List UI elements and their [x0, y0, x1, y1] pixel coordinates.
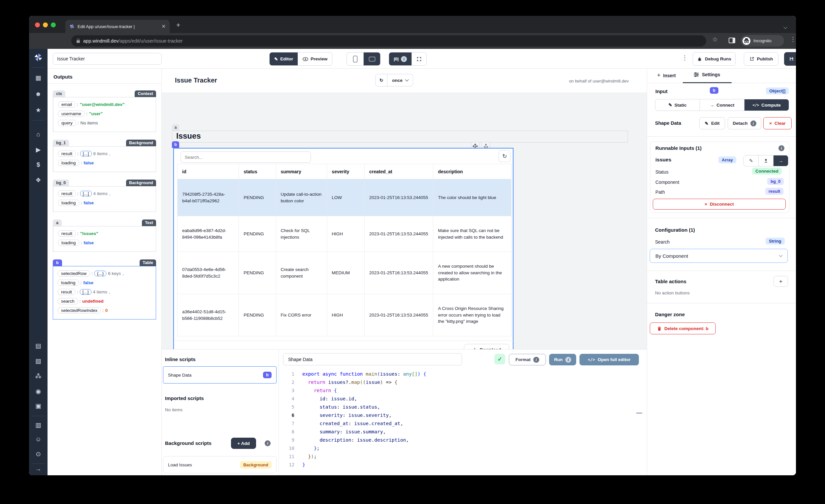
detach-button[interactable]: Detachi [728, 117, 761, 129]
browser-tab[interactable]: Edit App u/user/issue-tracker | ✕ [65, 20, 170, 33]
sidebar-item-groups-icon[interactable]: ⁂ [29, 372, 48, 380]
traffic-zoom-button[interactable] [51, 22, 56, 27]
insert-tab[interactable]: +Insert [657, 72, 676, 79]
script-name-input[interactable] [283, 353, 462, 365]
output-row[interactable]: loading:false [58, 200, 152, 206]
edit-runnable-button[interactable]: ✎Edit [699, 117, 725, 129]
sidebar-item-github-icon[interactable]: ⊙ [29, 450, 48, 458]
sidebar-item-home-icon[interactable]: ⌂ [29, 131, 48, 138]
output-key-pill[interactable]: result [58, 150, 76, 157]
publish-button[interactable]: Publish [744, 52, 778, 66]
code-line[interactable]: 5 status: issue.status, [283, 403, 644, 411]
desktop-view-button[interactable] [363, 53, 380, 65]
output-key-pill[interactable]: query [58, 120, 76, 126]
output-key-pill[interactable]: loading [58, 160, 79, 166]
code-line[interactable]: 12} [283, 460, 644, 469]
sidebar-item-discord-icon[interactable]: ☺ [29, 436, 48, 443]
code-line[interactable]: 8 summary: issue.summary, [283, 427, 644, 436]
output-key-pill[interactable]: result [58, 191, 76, 197]
sidebar-item-resources-icon[interactable]: ❖ [29, 176, 48, 184]
new-tab-button[interactable]: + [176, 21, 180, 29]
output-key-pill[interactable]: selectedRowIndex [58, 307, 101, 313]
side-panel-icon[interactable] [729, 38, 735, 43]
code-editor[interactable]: 1export async function main(issues: any[… [283, 370, 644, 469]
sidebar-item-folders-icon[interactable]: ▧ [29, 357, 48, 365]
output-key-pill[interactable]: selectedRow [58, 270, 90, 277]
mode-compute-button[interactable]: </>Compute [744, 99, 789, 111]
table-column-header[interactable]: created_at [364, 164, 433, 179]
preview-tab[interactable]: Preview [298, 53, 332, 65]
editor-tab[interactable]: ✎Editor [270, 53, 298, 65]
sidebar-item-ai-icon[interactable]: ▣ [29, 402, 48, 410]
user-mode-button[interactable] [758, 155, 773, 166]
open-full-editor-button[interactable]: </>Open full editor [580, 354, 639, 365]
sidebar-item-docs-icon[interactable]: ▥ [29, 421, 48, 429]
table-column-header[interactable]: severity [327, 164, 364, 179]
output-section-b[interactable]: bTableselectedRow:{...}6 keys,loading:fa… [53, 260, 156, 319]
output-key-pill[interactable]: result [58, 289, 75, 295]
output-section-ctx[interactable]: ctxContextemail:"user@windmill.dev"usern… [53, 90, 156, 132]
table-column-header[interactable]: id [177, 164, 239, 179]
output-section-bg_1[interactable]: bg_1Backgroundresult:[...]8 items,loadin… [53, 140, 156, 172]
code-line[interactable]: 10 }; [283, 444, 644, 452]
table-row[interactable]: 794208f5-2735-428a-b4af-b071ff0a2962PEND… [177, 179, 512, 216]
code-line[interactable]: 2 return issues?.map((issue) => { [283, 378, 644, 386]
output-row[interactable]: selectedRow:{...}6 keys, [58, 270, 152, 277]
code-line[interactable]: 11 }); [283, 452, 644, 460]
mode-connect-button[interactable]: →Connect [699, 99, 744, 111]
code-line[interactable]: 3 return { [283, 386, 644, 394]
code-line[interactable]: 9 description: issue.description, [283, 436, 644, 444]
output-key-pill[interactable]: search [58, 298, 78, 304]
output-row[interactable]: loading:false [58, 280, 152, 286]
sidebar-item-user-icon[interactable]: ☻ [29, 90, 48, 98]
traffic-close-button[interactable] [35, 22, 40, 27]
code-line[interactable]: 1export async function main(issues: any[… [283, 370, 644, 378]
table-row[interactable]: eaba8d96-e387-4d2d-8494-096e4143b8faPEND… [177, 216, 512, 252]
sidebar-item-billing-icon[interactable]: $ [29, 161, 48, 168]
add-background-script-button[interactable]: + Add [231, 438, 256, 449]
output-key-pill[interactable]: username [58, 111, 84, 117]
output-key-pill[interactable]: loading [58, 240, 79, 246]
search-mode-select[interactable]: By Component [650, 249, 788, 263]
outputs-toggle-button[interactable]: |0|i [389, 53, 411, 65]
table-row[interactable]: 07da0553-4e6e-4d56-8ded-5fd0f7d5c3c2PEND… [177, 252, 512, 294]
table-column-header[interactable]: summary [276, 164, 327, 179]
output-expand-pill[interactable]: {...} [94, 271, 106, 276]
sidebar-item-favorites-icon[interactable]: ★ [29, 106, 48, 114]
sidebar-item-apps-icon[interactable]: ▦ [29, 74, 48, 81]
address-bar[interactable]: app.windmill.dev/apps/edit/u/user/issue-… [71, 35, 706, 47]
output-key-pill[interactable]: loading [58, 200, 79, 206]
output-row[interactable]: search:undefined [58, 298, 152, 304]
output-expand-pill[interactable]: [...] [80, 289, 91, 295]
text-component-a[interactable] [172, 131, 628, 143]
output-row[interactable]: loading:false [58, 240, 152, 246]
code-line[interactable]: 4 id: issue.id, [283, 394, 644, 403]
run-button[interactable]: Runi [549, 354, 576, 365]
output-row[interactable]: result:"Issues" [58, 230, 152, 237]
table-column-header[interactable]: description [433, 164, 512, 179]
table-component-b[interactable]: ↻ idstatussummaryseveritycreated_atdescr… [173, 148, 514, 349]
output-key-pill[interactable]: email [58, 101, 75, 107]
browser-menu-icon[interactable]: ⋮ [790, 35, 796, 43]
download-button[interactable]: Download [464, 344, 509, 349]
save-button[interactable]: Save [784, 52, 796, 66]
output-row[interactable]: email:"user@windmill.dev" [58, 101, 152, 107]
code-line[interactable]: 6 severity: issue.severity, [283, 411, 644, 419]
output-row[interactable]: username:"user" [58, 111, 152, 117]
windmill-logo-icon[interactable] [34, 53, 43, 62]
app-refresh-icon[interactable]: ↻ [376, 74, 387, 86]
output-expand-pill[interactable]: [...] [80, 151, 92, 156]
tab-close-icon[interactable]: ✕ [161, 23, 166, 29]
output-row[interactable]: selectedRowIndex:0 [58, 307, 152, 313]
inline-script-item[interactable]: Shape Data b [163, 366, 277, 383]
app-name-input[interactable] [53, 53, 162, 65]
output-row[interactable]: result:[...]4 items, [58, 289, 152, 295]
sidebar-item-schedules-icon[interactable]: ▤ [29, 342, 48, 350]
code-line[interactable]: 7 created_at: issue.created_at, [283, 419, 644, 427]
connect-mode-button[interactable]: → [773, 155, 788, 166]
output-row[interactable]: result:[...]4 items, [58, 191, 152, 197]
sidebar-item-runs-icon[interactable]: ▶ [29, 146, 48, 153]
settings-tab[interactable]: Settings [693, 72, 720, 77]
debug-runs-button[interactable]: Debug Runs [693, 52, 736, 66]
output-expand-pill[interactable]: [...] [80, 191, 92, 196]
